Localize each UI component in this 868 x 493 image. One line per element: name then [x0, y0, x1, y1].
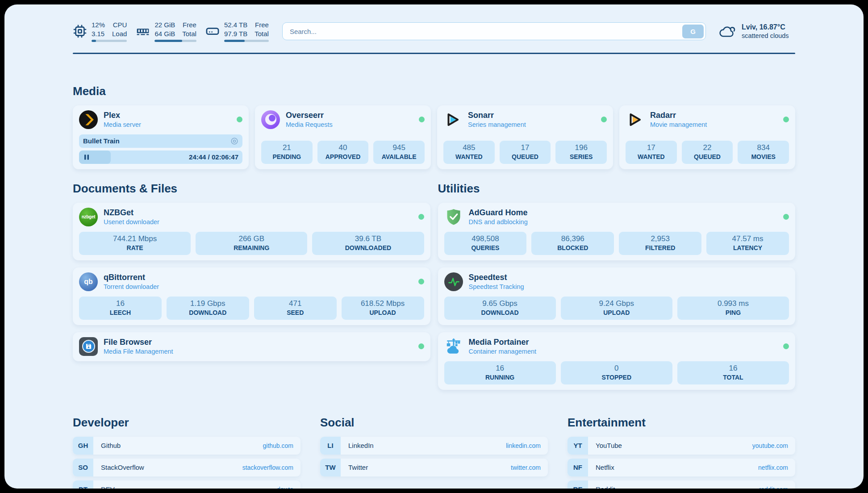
link-url: dev.to — [277, 486, 293, 489]
stat-value: 9.24 Gbps — [563, 299, 671, 308]
stat-pending: 21 PENDING — [261, 141, 313, 164]
weather-widget[interactable]: Lviv, 16.87°C scattered clouds — [718, 23, 795, 39]
link-name: Netflix — [596, 464, 614, 471]
link-url: youtube.com — [752, 442, 788, 449]
card-nzbget[interactable]: nzbget NZBGet Usenet downloader 744.21 M… — [73, 203, 430, 260]
card-qbittorrent[interactable]: qb qBittorrent Torrent downloader 16 LEE… — [73, 267, 430, 325]
radarr-icon — [626, 110, 644, 129]
storage-free: 52.4 TB — [224, 21, 247, 29]
stat-label: WANTED — [445, 153, 493, 160]
cpu-label-1: CPU — [112, 21, 127, 29]
nzbget-icon: nzbget — [79, 208, 98, 226]
section-title-media: Media — [73, 84, 795, 98]
stat-value: 47.57 ms — [708, 234, 787, 243]
storage-bar — [224, 40, 269, 42]
filebrowser-icon — [79, 337, 98, 356]
cpu-icon — [73, 24, 87, 38]
link-linkedin[interactable]: LI LinkedIn linkedin.com — [320, 437, 548, 455]
now-playing-row[interactable]: Bullet Train — [79, 134, 242, 148]
memory-bar — [154, 40, 196, 42]
status-dot — [783, 117, 789, 122]
pause-icon[interactable] — [83, 154, 90, 161]
link-badge: TW — [320, 459, 341, 476]
stat-value: 9.65 Gbps — [446, 299, 554, 308]
overseerr-icon — [261, 110, 280, 129]
link-badge: SO — [73, 459, 93, 476]
stat-running: 16 RUNNING — [444, 361, 556, 384]
card-overseerr[interactable]: Overseerr Media Requests 21 PENDING 40 A… — [255, 105, 431, 169]
entertainment-column: Entertainment YT YouTube youtube.com NF … — [568, 416, 795, 489]
playback-progress[interactable]: 24:44 / 02:06:47 — [79, 150, 242, 164]
app-title: Media Portainer — [469, 338, 537, 347]
link-url: stackoverflow.com — [242, 464, 293, 471]
stat-label: LATENCY — [708, 244, 787, 251]
stat-download: 1.19 Gbps DOWNLOAD — [167, 297, 249, 320]
link-url: reddit.com — [759, 486, 788, 489]
stat-value: 498,508 — [446, 234, 525, 243]
status-dot — [418, 279, 424, 284]
stat-queries: 498,508 QUERIES — [444, 232, 527, 255]
link-badge: NF — [568, 459, 588, 476]
card-radarr[interactable]: Radarr Movie management 17 WANTED 22 QUE… — [619, 105, 795, 169]
now-playing-icon[interactable] — [230, 137, 238, 145]
stat-queued: 17 QUEUED — [500, 141, 551, 164]
stat-label: RUNNING — [446, 374, 554, 381]
link-youtube[interactable]: YT YouTube youtube.com — [568, 437, 795, 455]
link-name: LinkedIn — [348, 442, 374, 449]
link-dev[interactable]: DT DEV dev.to — [73, 480, 300, 489]
card-portainer[interactable]: Media Portainer Container management 16 … — [438, 332, 796, 390]
link-netflix[interactable]: NF Netflix netflix.com — [568, 459, 795, 476]
developer-column: Developer GH Github github.com SO StackO… — [73, 416, 300, 489]
link-reddit[interactable]: RE Reddit reddit.com — [568, 480, 795, 489]
section-title-documents: Documents & Files — [73, 182, 430, 196]
stat-label: TOTAL — [679, 374, 787, 381]
stat-label: QUERIES — [446, 244, 525, 251]
stat-label: APPROVED — [319, 153, 367, 160]
link-github[interactable]: GH Github github.com — [73, 437, 300, 455]
status-dot — [601, 117, 607, 122]
stat-queued: 22 QUEUED — [682, 141, 733, 164]
stat-downloaded: 39.6 TB DOWNLOADED — [312, 232, 424, 255]
section-title-social: Social — [320, 416, 548, 430]
app-subtitle: Speedtest Tracking — [469, 283, 524, 290]
search-engine-button[interactable]: G — [682, 25, 704, 38]
status-dot — [418, 343, 424, 349]
card-plex[interactable]: Plex Media server Bullet Train — [73, 105, 249, 169]
link-badge: DT — [73, 480, 93, 489]
stat-label: FILTERED — [621, 244, 700, 251]
cpu-bar-fill — [92, 40, 96, 42]
stat-value: 86,396 — [533, 234, 612, 243]
stat-stopped: 0 STOPPED — [561, 361, 672, 384]
link-name: Reddit — [596, 485, 615, 489]
app-subtitle: Series management — [468, 121, 526, 128]
stat-total: 16 TOTAL — [677, 361, 789, 384]
card-adguard[interactable]: AdGuard Home DNS and adblocking 498,508 … — [438, 203, 796, 260]
link-url: twitter.com — [511, 464, 541, 471]
card-sonarr[interactable]: Sonarr Series management 485 WANTED 17 Q… — [437, 105, 613, 169]
stat-leech: 16 LEECH — [79, 297, 162, 320]
memory-widget: 22 GiB Free 64 GiB Total — [136, 21, 196, 42]
link-twitter[interactable]: TW Twitter twitter.com — [320, 459, 548, 476]
card-filebrowser[interactable]: File Browser Media File Management — [73, 332, 430, 361]
stat-latency: 47.57 ms LATENCY — [706, 232, 789, 255]
stat-label: QUEUED — [684, 153, 731, 160]
card-speedtest[interactable]: Speedtest Speedtest Tracking 9.65 Gbps D… — [438, 267, 796, 325]
weather-location: Lviv, 16.87°C — [742, 23, 789, 31]
storage-label-2: Total — [255, 29, 269, 38]
memory-label-1: Free — [182, 21, 196, 29]
stat-label: DOWNLOADED — [314, 244, 422, 251]
speedtest-icon — [444, 272, 463, 291]
stat-rate: 744.21 Mbps RATE — [79, 232, 191, 255]
app-subtitle: DNS and adblocking — [469, 218, 528, 226]
storage-label-1: Free — [255, 21, 269, 29]
stat-label: PENDING — [263, 153, 311, 160]
search-input[interactable] — [289, 27, 682, 36]
stat-label: DOWNLOAD — [446, 309, 554, 316]
stat-label: UPLOAD — [563, 309, 671, 316]
link-stackoverflow[interactable]: SO StackOverflow stackoverflow.com — [73, 459, 300, 476]
stat-upload: 618.52 Mbps UPLOAD — [342, 297, 424, 320]
stat-approved: 40 APPROVED — [317, 141, 369, 164]
app-title: Radarr — [650, 111, 707, 120]
stat-label: BLOCKED — [533, 244, 612, 251]
stat-value: 22 — [684, 143, 731, 152]
